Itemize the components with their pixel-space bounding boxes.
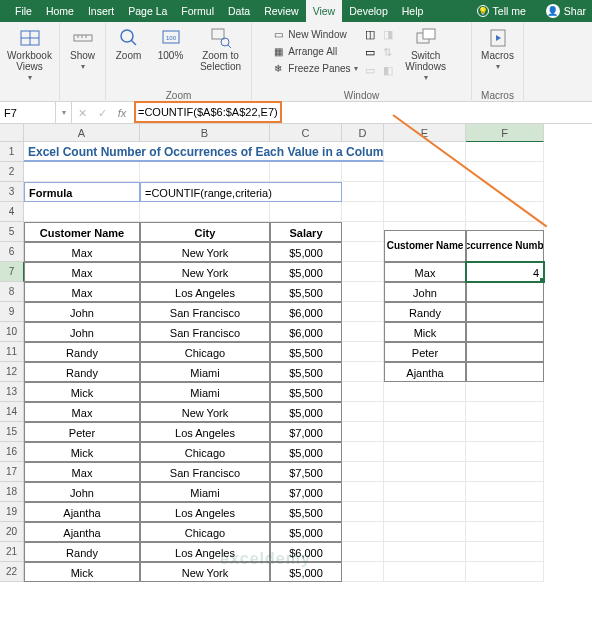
cell-name[interactable]: Randy — [24, 362, 140, 382]
cell[interactable] — [384, 442, 466, 462]
tab-review[interactable]: Review — [257, 0, 305, 22]
cell[interactable] — [384, 562, 466, 582]
cell-name[interactable]: Mick — [24, 382, 140, 402]
cell-name[interactable]: Max — [24, 282, 140, 302]
sync-scroll-icon[interactable]: ⇅ — [380, 44, 396, 60]
row-header-5[interactable]: 5 — [0, 222, 24, 242]
cell-city[interactable]: San Francisco — [140, 322, 270, 342]
side-cell-val[interactable] — [466, 362, 544, 382]
tab-page-layout[interactable]: Page La — [121, 0, 174, 22]
cell-city[interactable]: Chicago — [140, 522, 270, 542]
cell[interactable] — [342, 162, 384, 182]
row-header-4[interactable]: 4 — [0, 202, 24, 222]
cell-city[interactable]: Los Angeles — [140, 422, 270, 442]
cell-city[interactable]: Miami — [140, 482, 270, 502]
cell[interactable] — [342, 422, 384, 442]
cell[interactable] — [140, 202, 270, 222]
cell[interactable] — [342, 562, 384, 582]
cell-salary[interactable]: $5,000 — [270, 442, 342, 462]
cell[interactable] — [466, 562, 544, 582]
cell-name[interactable]: Max — [24, 462, 140, 482]
cell-name[interactable]: John — [24, 302, 140, 322]
cell[interactable] — [466, 142, 544, 162]
tell-me-label[interactable]: Tell me — [493, 5, 526, 17]
cell[interactable] — [466, 522, 544, 542]
side-cell-name[interactable]: Ajantha — [384, 362, 466, 382]
cell[interactable] — [466, 422, 544, 442]
cell-city[interactable]: Chicago — [140, 342, 270, 362]
cell-salary[interactable]: $7,500 — [270, 462, 342, 482]
cell-salary[interactable]: $5,000 — [270, 402, 342, 422]
cell[interactable] — [466, 502, 544, 522]
cell-city[interactable]: Los Angeles — [140, 502, 270, 522]
row-header-21[interactable]: 21 — [0, 542, 24, 562]
title-cell[interactable]: Excel Count Number of Occurrences of Eac… — [24, 142, 384, 162]
cell[interactable] — [384, 422, 466, 442]
cell-name[interactable]: Peter — [24, 422, 140, 442]
cell-name[interactable]: Max — [24, 262, 140, 282]
switch-windows-button[interactable]: Switch Windows ▾ — [398, 24, 454, 82]
cell-city[interactable]: New York — [140, 242, 270, 262]
cell[interactable] — [384, 462, 466, 482]
cell[interactable] — [342, 202, 384, 222]
cell-salary[interactable]: $5,500 — [270, 282, 342, 302]
cell-salary[interactable]: $6,000 — [270, 322, 342, 342]
row-header-14[interactable]: 14 — [0, 402, 24, 422]
col-header-A[interactable]: A — [24, 124, 140, 142]
cell-name[interactable]: Ajantha — [24, 522, 140, 542]
row-header-12[interactable]: 12 — [0, 362, 24, 382]
zoom-100-button[interactable]: 100 100% — [151, 24, 191, 61]
row-header-16[interactable]: 16 — [0, 442, 24, 462]
row-header-17[interactable]: 17 — [0, 462, 24, 482]
formula-label-cell[interactable]: Formula — [24, 182, 140, 202]
header-salary[interactable]: Salary — [270, 222, 342, 242]
cell-salary[interactable]: $5,500 — [270, 382, 342, 402]
cell-salary[interactable]: $7,000 — [270, 422, 342, 442]
hide-icon[interactable]: ▭ — [362, 44, 378, 60]
side-cell-name[interactable]: Mick — [384, 322, 466, 342]
active-cell-F7[interactable]: 4 — [466, 262, 544, 282]
cell[interactable] — [342, 362, 384, 382]
fill-handle[interactable] — [540, 278, 544, 282]
cell-name[interactable]: John — [24, 482, 140, 502]
row-header-15[interactable]: 15 — [0, 422, 24, 442]
unhide-icon[interactable]: ▭ — [362, 62, 378, 78]
cell[interactable] — [342, 402, 384, 422]
cell[interactable] — [466, 442, 544, 462]
cell[interactable] — [24, 162, 140, 182]
cell[interactable] — [384, 382, 466, 402]
cell-name[interactable]: Mick — [24, 562, 140, 582]
tab-view[interactable]: View — [306, 0, 343, 22]
cell[interactable] — [384, 542, 466, 562]
tab-developer[interactable]: Develop — [342, 0, 395, 22]
name-box-dropdown[interactable]: ▾ — [56, 102, 72, 124]
row-header-20[interactable]: 20 — [0, 522, 24, 542]
tab-insert[interactable]: Insert — [81, 0, 121, 22]
side-cell-name[interactable]: Randy — [384, 302, 466, 322]
enter-button[interactable]: ✓ — [92, 102, 112, 124]
cell[interactable] — [384, 482, 466, 502]
cell-salary[interactable]: $5,000 — [270, 522, 342, 542]
cell-city[interactable]: San Francisco — [140, 462, 270, 482]
tab-home[interactable]: Home — [39, 0, 81, 22]
name-box[interactable]: F7 — [0, 102, 56, 124]
row-header-9[interactable]: 9 — [0, 302, 24, 322]
col-header-C[interactable]: C — [270, 124, 342, 142]
cell[interactable] — [466, 462, 544, 482]
col-header-B[interactable]: B — [140, 124, 270, 142]
row-header-8[interactable]: 8 — [0, 282, 24, 302]
row-header-19[interactable]: 19 — [0, 502, 24, 522]
cell[interactable] — [140, 162, 270, 182]
cell[interactable] — [384, 162, 466, 182]
side-cell-name[interactable]: John — [384, 282, 466, 302]
reset-pos-icon[interactable]: ◧ — [380, 62, 396, 78]
col-header-D[interactable]: D — [342, 124, 384, 142]
arrange-all-button[interactable]: ▦Arrange All — [269, 43, 359, 59]
cell-salary[interactable]: $5,000 — [270, 242, 342, 262]
cell[interactable] — [466, 542, 544, 562]
row-header-10[interactable]: 10 — [0, 322, 24, 342]
cell[interactable] — [270, 202, 342, 222]
tab-file[interactable]: File — [8, 0, 39, 22]
cancel-button[interactable]: ✕ — [72, 102, 92, 124]
cell[interactable] — [384, 402, 466, 422]
